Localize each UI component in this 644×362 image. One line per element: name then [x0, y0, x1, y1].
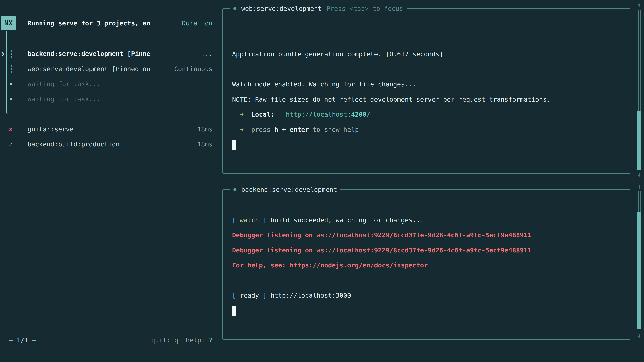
- text-segment: [ ready ] http://localhost:3000: [232, 292, 351, 299]
- task-row[interactable]: ✘guitar:serve18ms: [0, 122, 222, 137]
- task-row[interactable]: ✓backend:build:production18ms: [0, 137, 222, 152]
- text-segment: ➜: [240, 126, 244, 133]
- hotkey-hints: quit: q help: ?: [151, 333, 222, 348]
- pane-title: backend:serve:development: [241, 184, 337, 195]
- scroll-down-icon[interactable]: ↓: [635, 331, 644, 339]
- task-status: [213, 76, 222, 91]
- terminal-line: Watch mode enabled. Watching for file ch…: [223, 77, 630, 92]
- task-row[interactable]: Waiting for task...: [0, 91, 222, 107]
- task-status-dot-icon: ●: [234, 184, 236, 195]
- terminal-line: [223, 273, 630, 288]
- waiting-dot-icon: [10, 83, 12, 85]
- text-segment: ] build succeeded, watching for changes.…: [259, 216, 424, 224]
- hotkey-separator: [178, 336, 186, 344]
- pagination: ← 1/1 →: [0, 333, 36, 348]
- text-segment: h + enter: [274, 126, 309, 133]
- task-duration: 18ms: [197, 122, 222, 137]
- text-segment: Local:: [251, 111, 274, 118]
- task-label: Waiting for task...: [28, 91, 100, 107]
- task-status: Continuous: [174, 61, 222, 76]
- task-status: ...: [201, 46, 222, 61]
- text-segment: Debugger listening on ws://localhost:922…: [232, 246, 532, 254]
- text-segment: ➜: [240, 111, 244, 118]
- scroll-down-icon[interactable]: ↓: [635, 170, 644, 178]
- task-label: backend:serve:development [Pinne: [28, 46, 150, 61]
- task-row[interactable]: web:serve:development [Pinned ouContinuo…: [0, 61, 222, 76]
- scrollbar-track[interactable]: [638, 10, 641, 111]
- quit-key: q: [174, 336, 178, 344]
- task-row[interactable]: Waiting for task...: [0, 76, 222, 91]
- task-spinner-icon: [11, 65, 12, 73]
- text-segment: NOTE: Raw file sizes do not reflect deve…: [232, 95, 550, 103]
- scrollbar-thumb[interactable]: [637, 212, 641, 330]
- pane-title: web:serve:development: [241, 3, 322, 14]
- task-status-dot-icon: ●: [234, 3, 236, 14]
- text-segment: For help, see: https://nodejs.org/en/doc…: [232, 261, 428, 269]
- terminal-line: NOTE: Raw file sizes do not reflect deve…: [223, 92, 630, 107]
- failed-icon: ✘: [8, 122, 14, 137]
- task-label: web:serve:development [Pinned ou: [28, 61, 150, 76]
- scrollbar-thumb[interactable]: [637, 111, 641, 170]
- pane[interactable]: ● web:serve:development Press <tab> to f…: [222, 8, 630, 174]
- duration-column-header: Duration: [182, 16, 213, 31]
- localhost-link[interactable]: http://localhost:: [286, 111, 351, 118]
- terminal-line: [ watch ] build succeeded, watching for …: [223, 213, 630, 228]
- terminal-line: [223, 31, 630, 46]
- terminal-line: [223, 197, 630, 213]
- terminal-cursor: [232, 306, 236, 316]
- localhost-link[interactable]: 4200: [351, 111, 366, 118]
- terminal-line: ➜ press h + enter to show help: [223, 122, 630, 137]
- focus-hint: Press <tab> to focus: [326, 3, 403, 14]
- waiting-dot-icon: [10, 98, 12, 100]
- text-segment: to show help: [309, 126, 359, 133]
- page-next-arrow-icon[interactable]: →: [32, 336, 36, 344]
- text-segment: [: [232, 216, 240, 224]
- pane-header: ● backend:serve:development: [230, 184, 340, 195]
- text-segment: [274, 111, 286, 118]
- text-segment: press: [244, 126, 274, 133]
- task-list: ❯backend:serve:development [Pinne...web:…: [0, 46, 222, 107]
- text-segment: Debugger listening on ws://localhost:922…: [232, 231, 532, 239]
- text-segment: Application bundle generation complete. …: [232, 50, 443, 58]
- task-duration: 18ms: [197, 137, 222, 152]
- terminal-line: [223, 303, 630, 318]
- localhost-link[interactable]: /: [366, 111, 370, 118]
- text-segment: [232, 126, 240, 133]
- pane-header: ● web:serve:development Press <tab> to f…: [230, 3, 406, 14]
- text-segment: watch: [240, 216, 259, 224]
- page-prev-arrow-icon[interactable]: ←: [9, 336, 13, 344]
- task-sidebar: NX Running serve for 3 projects, an Dura…: [0, 0, 222, 362]
- pane[interactable]: ● backend:serve:development [ watch ] bu…: [222, 189, 630, 340]
- help-key: ?: [209, 336, 213, 344]
- success-icon: ✓: [8, 137, 14, 152]
- scrollbar-track[interactable]: [638, 191, 641, 212]
- task-status: [213, 91, 222, 107]
- task-label: Waiting for task...: [28, 76, 100, 91]
- text-segment: [232, 111, 240, 118]
- terminal-line: [223, 137, 630, 152]
- nx-tui-screen: NX Running serve for 3 projects, an Dura…: [0, 0, 644, 362]
- terminal-line: Debugger listening on ws://localhost:922…: [223, 243, 630, 258]
- selected-caret-icon: ❯: [1, 46, 4, 61]
- terminal-line: [223, 62, 630, 77]
- quit-label: quit:: [151, 336, 174, 344]
- terminal-line: [ ready ] http://localhost:3000: [223, 288, 630, 303]
- terminal-lines: Application bundle generation complete. …: [223, 9, 630, 152]
- terminal-line: For help, see: https://nodejs.org/en/doc…: [223, 258, 630, 273]
- scroll-up-icon[interactable]: ↑: [635, 182, 644, 190]
- scroll-up-icon[interactable]: ↑: [635, 1, 644, 9]
- completed-task-list: ✘guitar:serve18ms✓backend:build:producti…: [0, 122, 222, 152]
- page-indicator: 1/1: [13, 336, 32, 344]
- run-summary-title: Running serve for 3 projects, an: [28, 16, 150, 31]
- sidebar-footer: ← 1/1 → quit: q help: ?: [0, 333, 222, 348]
- task-spinner-icon: [11, 50, 12, 58]
- task-label: backend:build:production: [28, 137, 120, 152]
- terminal-line: Application bundle generation complete. …: [223, 46, 630, 62]
- task-label: guitar:serve: [28, 122, 74, 137]
- task-row[interactable]: ❯backend:serve:development [Pinne...: [0, 46, 222, 61]
- terminal-cursor: [232, 140, 236, 150]
- terminal-line: [223, 16, 630, 31]
- terminal-line: Debugger listening on ws://localhost:922…: [223, 228, 630, 243]
- sidebar-header: Running serve for 3 projects, an Duratio…: [0, 16, 222, 31]
- text-segment: [244, 111, 252, 118]
